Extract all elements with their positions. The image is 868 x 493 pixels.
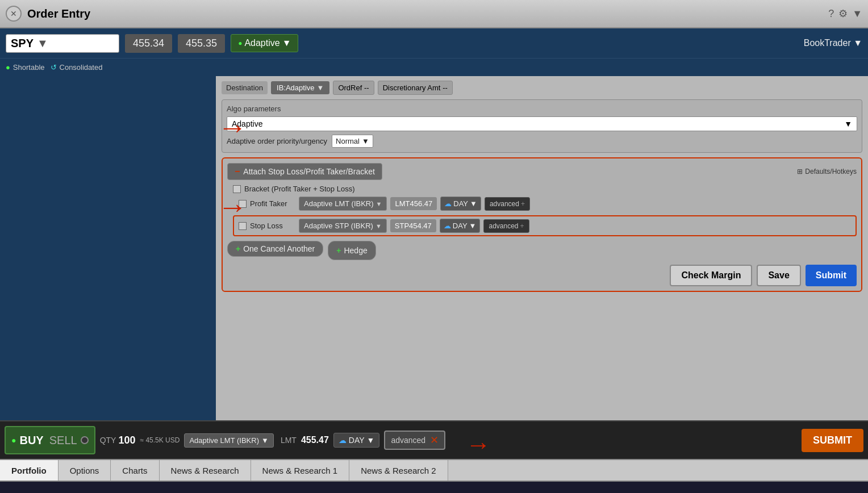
- bid-price-button[interactable]: 455.34: [125, 34, 172, 53]
- algo-priority-row: Adaptive order priority/urgency Normal ▼: [227, 135, 857, 148]
- close-icon: ✕: [10, 9, 17, 18]
- stop-loss-row: Stop Loss Adaptive STP (IBKR) ▼ STP454.4…: [239, 219, 851, 233]
- consolidated-status: ↺ Consolidated: [51, 63, 103, 72]
- profit-taker-label: Profit Taker: [250, 199, 295, 208]
- usd-approx: ≈ 45.5K USD: [140, 436, 180, 444]
- tab-news-research-label: News & Research: [171, 466, 239, 475]
- buy-indicator: ●: [11, 436, 16, 445]
- symbol-text: SPY: [11, 37, 34, 50]
- algo-section-title: Algo parameters: [227, 105, 857, 113]
- profit-taker-day-icon: ☁: [444, 199, 452, 208]
- check-margin-button[interactable]: Check Margin: [670, 265, 752, 286]
- bottom-lmt-label: LMT: [281, 436, 297, 445]
- tab-portfolio[interactable]: Portfolio: [0, 460, 59, 481]
- save-button[interactable]: Save: [757, 265, 800, 286]
- profit-taker-type-dropdown[interactable]: Adaptive LMT (IBKR) ▼: [299, 197, 387, 211]
- booktrader-arrow: ▼: [853, 38, 862, 48]
- tab-news-research-2[interactable]: News & Research 2: [349, 460, 448, 481]
- bottom-lmt-price[interactable]: 455.47: [301, 435, 329, 445]
- algo-select-dropdown[interactable]: Adaptive ▼: [227, 116, 857, 131]
- priority-arrow: ▼: [362, 137, 369, 145]
- consolidated-label: Consolidated: [60, 63, 103, 72]
- attach-minus-icon: −: [235, 166, 240, 177]
- bottom-order-type-label: Adaptive LMT (IBKR): [189, 436, 259, 445]
- discamt-button[interactable]: Discretionary Amt --: [378, 81, 453, 95]
- booktrader-label: BookTrader: [804, 38, 851, 48]
- sell-label[interactable]: SELL: [49, 434, 77, 447]
- profit-taker-type: Adaptive LMT (IBKR): [304, 199, 374, 208]
- symbol-dropdown-arrow: ▼: [37, 37, 48, 50]
- bottom-advanced-button[interactable]: advanced ✕: [384, 431, 445, 450]
- destination-dropdown[interactable]: IB:Adaptive ▼: [271, 81, 329, 94]
- bottom-day-dropdown[interactable]: ☁ DAY ▼: [333, 433, 380, 448]
- qty-group: QTY 100: [100, 434, 136, 446]
- bottom-order-type-dropdown[interactable]: Adaptive LMT (IBKR) ▼: [184, 433, 273, 448]
- close-button[interactable]: ✕: [6, 6, 22, 22]
- hotkeys-label: Defaults/Hotkeys: [805, 168, 857, 176]
- discamt-label: Discretionary Amt: [383, 83, 441, 92]
- attach-button[interactable]: − Attach Stop Loss/Profit Taker/Bracket: [227, 163, 382, 180]
- window-title: Order Entry: [27, 7, 828, 20]
- shortable-dot: ●: [6, 63, 10, 72]
- bracket-row: Bracket (Profit Taker + Stop Loss): [227, 185, 857, 193]
- tab-options-label: Options: [70, 466, 99, 475]
- tabs-bar: Portfolio Options Charts News & Research…: [0, 459, 868, 482]
- submit-top-button[interactable]: Submit: [806, 265, 857, 286]
- tab-charts[interactable]: Charts: [111, 460, 159, 481]
- stop-loss-section: Stop Loss Adaptive STP (IBKR) ▼ STP454.4…: [233, 215, 857, 236]
- hedge-button[interactable]: + Hedge: [328, 241, 375, 260]
- tab-news-research-1[interactable]: News & Research 1: [251, 460, 350, 481]
- profit-taker-price: LMT456.47: [390, 197, 437, 210]
- destination-arrow: ▼: [317, 83, 324, 92]
- tab-news-research[interactable]: News & Research: [160, 460, 251, 481]
- defaults-hotkeys-button[interactable]: ⊞ Defaults/Hotkeys: [797, 168, 857, 176]
- stop-loss-type-dropdown[interactable]: Adaptive STP (IBKR) ▼: [299, 219, 387, 233]
- qty-value[interactable]: 100: [118, 434, 135, 446]
- shortable-label: Shortable: [13, 63, 45, 72]
- stop-loss-day-icon: ☁: [444, 222, 451, 230]
- status-bar: ● Shortable ↺ Consolidated: [0, 58, 868, 76]
- stop-loss-day: DAY: [453, 222, 468, 230]
- ordref-button[interactable]: OrdRef --: [333, 81, 374, 95]
- booktrader-button[interactable]: BookTrader ▼: [804, 38, 862, 48]
- stop-loss-price: STP454.47: [390, 219, 436, 232]
- priority-dropdown[interactable]: Normal ▼: [332, 135, 373, 148]
- ask-price-button[interactable]: 455.35: [178, 34, 225, 53]
- profit-taker-day: DAY: [453, 199, 468, 208]
- left-panel: → →: [0, 76, 216, 420]
- stop-loss-day-dropdown[interactable]: ☁ DAY ▼: [440, 219, 481, 233]
- shortable-status: ● Shortable: [6, 63, 45, 72]
- adaptive-dot: ●: [238, 39, 242, 47]
- expand-icon[interactable]: ▼: [852, 8, 862, 20]
- bottom-day-arrow: ▼: [367, 436, 375, 445]
- bottom-order-type-arrow: ▼: [261, 436, 269, 445]
- bottom-advanced-close-icon[interactable]: ✕: [430, 434, 439, 446]
- submit-bottom-button[interactable]: SUBMIT: [802, 429, 863, 452]
- oca-button[interactable]: + One Cancel Another: [227, 241, 323, 257]
- settings-icon[interactable]: ⚙: [838, 7, 848, 20]
- stop-loss-type: Adaptive STP (IBKR): [304, 222, 373, 230]
- stop-loss-type-arrow: ▼: [375, 223, 382, 229]
- profit-taker-day-dropdown[interactable]: ☁ DAY ▼: [440, 197, 481, 211]
- sell-radio[interactable]: [81, 436, 89, 444]
- adaptive-button[interactable]: ● Adaptive ▼: [231, 34, 298, 52]
- attach-header: − Attach Stop Loss/Profit Taker/Bracket …: [227, 163, 857, 180]
- symbol-bar: SPY ▼ 455.34 455.35 ● Adaptive ▼ BookTra…: [0, 28, 868, 58]
- profit-taker-plus-icon: +: [521, 200, 525, 208]
- profit-taker-advanced-button[interactable]: advanced +: [485, 197, 530, 211]
- help-icon[interactable]: ?: [828, 8, 834, 20]
- profit-taker-day-arrow: ▼: [470, 199, 477, 208]
- stop-loss-advanced-button[interactable]: advanced +: [483, 219, 529, 233]
- buy-label[interactable]: BUY: [19, 434, 43, 447]
- profit-taker-row: Profit Taker Adaptive LMT (IBKR) ▼ LMT45…: [227, 197, 857, 211]
- stop-loss-day-arrow: ▼: [469, 222, 477, 230]
- bottom-order-bar: ● BUY SELL QTY 100 ≈ 45.5K USD Adaptive …: [0, 420, 868, 459]
- oca-hedge-row: + One Cancel Another + Hedge: [227, 241, 857, 260]
- algo-arrow: ▼: [844, 119, 852, 128]
- symbol-dropdown[interactable]: SPY ▼: [6, 34, 119, 53]
- tab-options[interactable]: Options: [59, 460, 111, 481]
- bracket-label: Bracket (Profit Taker + Stop Loss): [244, 185, 354, 193]
- hedge-plus-icon: +: [336, 246, 341, 255]
- hedge-label: Hedge: [344, 246, 367, 255]
- adaptive-arrow: ▼: [282, 38, 291, 48]
